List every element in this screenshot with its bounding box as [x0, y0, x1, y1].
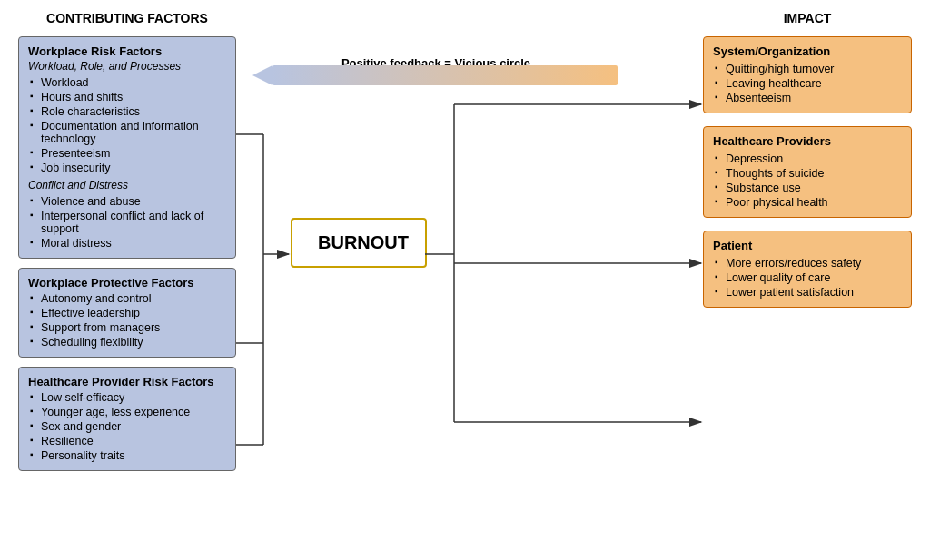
list-item: Low self-efficacy — [28, 390, 226, 405]
list-item: Support from managers — [28, 320, 226, 335]
impact-system-title: System/Organization — [713, 44, 902, 58]
list-item: Autonomy and control — [28, 291, 226, 306]
list-item: Depression — [713, 152, 902, 166]
list-item: Job insecurity — [28, 161, 226, 175]
healthcare-risk-title: Healthcare Provider Risk Factors — [28, 375, 226, 388]
feedback-label: Positive feedback = Vicious circle — [341, 56, 530, 70]
healthcare-risk-list: Low self-efficacy Younger age, less expe… — [28, 390, 226, 463]
list-item: Interpersonal conflict and lack of suppo… — [28, 209, 226, 236]
list-item: Thoughts of suicide — [713, 166, 902, 181]
impact-providers-title: Healthcare Providers — [713, 134, 902, 148]
contributing-factors-title: CONTRIBUTING FACTORS — [46, 11, 208, 25]
workplace-protective-box: Workplace Protective Factors Autonomy an… — [18, 268, 236, 358]
burnout-box: BURNOUT — [291, 218, 427, 268]
list-item: Resilience — [28, 434, 226, 448]
list-item: Workload — [28, 75, 226, 90]
list-item: Absenteeism — [713, 91, 902, 105]
right-column: System/Organization Quitting/high turnov… — [703, 36, 912, 320]
list-item: Leaving healthcare — [713, 76, 902, 91]
list-item: Presenteeism — [28, 146, 226, 161]
workplace-risk-subtitle1: Workload, Role, and Processes — [28, 60, 226, 73]
impact-title: IMPACT — [784, 11, 832, 25]
list-item: Scheduling flexibility — [28, 335, 226, 349]
list-item: Quitting/high turnover — [713, 62, 902, 76]
list-item: Lower quality of care — [713, 270, 902, 285]
left-column: Workplace Risk Factors Workload, Role, a… — [18, 36, 236, 480]
list-item: Younger age, less experience — [28, 405, 226, 419]
healthcare-risk-box: Healthcare Provider Risk Factors Low sel… — [18, 367, 236, 471]
list-item: Moral distress — [28, 236, 226, 251]
workplace-risk-title: Workplace Risk Factors — [28, 44, 226, 58]
burnout-label: BURNOUT — [318, 232, 409, 252]
impact-providers-box: Healthcare Providers Depression Thoughts… — [703, 126, 912, 218]
workplace-risk-list1: Workload Hours and shifts Role character… — [28, 75, 226, 175]
impact-patient-list: More errors/reduces safety Lower quality… — [713, 256, 902, 300]
workplace-protective-list: Autonomy and control Effective leadershi… — [28, 291, 226, 349]
workplace-risk-list2: Violence and abuse Interpersonal conflic… — [28, 194, 226, 251]
workplace-risk-subtitle2: Conflict and Distress — [28, 179, 226, 192]
list-item: Effective leadership — [28, 306, 226, 320]
list-item: Substance use — [713, 181, 902, 195]
impact-system-list: Quitting/high turnover Leaving healthcar… — [713, 62, 902, 105]
list-item: Violence and abuse — [28, 194, 226, 209]
list-item: Role characteristics — [28, 104, 226, 119]
list-item: Hours and shifts — [28, 90, 226, 104]
impact-providers-list: Depression Thoughts of suicide Substance… — [713, 152, 902, 210]
impact-patient-title: Patient — [713, 239, 902, 252]
list-item: Personality traits — [28, 448, 226, 463]
list-item: Poor physical health — [713, 195, 902, 210]
impact-system-box: System/Organization Quitting/high turnov… — [703, 36, 912, 113]
workplace-risk-box: Workplace Risk Factors Workload, Role, a… — [18, 36, 236, 259]
impact-patient-box: Patient More errors/reduces safety Lower… — [703, 231, 912, 308]
list-item: Lower patient satisfaction — [713, 285, 902, 300]
list-item: Documentation and information technology — [28, 119, 226, 146]
list-item: More errors/reduces safety — [713, 256, 902, 270]
workplace-protective-title: Workplace Protective Factors — [28, 276, 226, 290]
list-item: Sex and gender — [28, 419, 226, 434]
